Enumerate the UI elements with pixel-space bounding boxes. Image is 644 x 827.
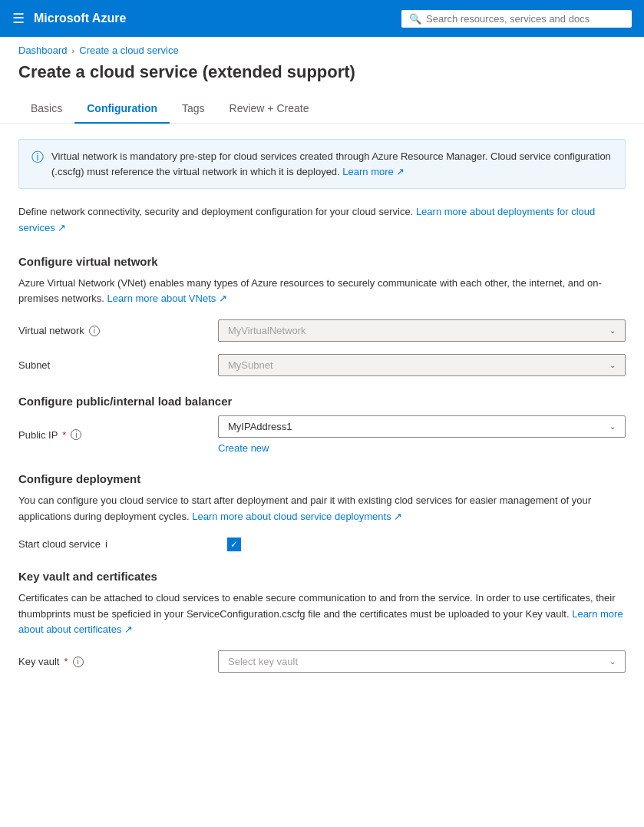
virtual-network-section: Configure virtual network Azure Virtual …	[18, 255, 626, 377]
tab-basics[interactable]: Basics	[18, 94, 74, 124]
section-description: Define network connectivity, security an…	[18, 204, 626, 237]
chevron-down-icon: ⌄	[609, 361, 616, 369]
search-icon: 🔍	[409, 13, 421, 25]
tab-review-create[interactable]: Review + Create	[217, 94, 322, 124]
key-vault-control: Select key vault ⌄	[218, 650, 626, 673]
key-vault-info-icon[interactable]: i	[73, 657, 84, 667]
virtual-network-dropdown[interactable]: MyVirtualNetwork ⌄	[218, 319, 626, 342]
top-navigation: ☰ Microsoft Azure 🔍	[0, 0, 644, 37]
virtual-network-heading: Configure virtual network	[18, 255, 626, 268]
key-vault-dropdown[interactable]: Select key vault ⌄	[218, 650, 626, 673]
subnet-control: MySubnet ⌄	[218, 354, 626, 376]
tabs-container: Basics Configuration Tags Review + Creat…	[0, 94, 644, 124]
load-balancer-section: Configure public/internal load balancer …	[18, 395, 626, 454]
breadcrumb-separator: ›	[72, 46, 75, 55]
key-vault-body: Certificates can be attached to cloud se…	[18, 590, 626, 638]
virtual-network-control: MyVirtualNetwork ⌄	[218, 319, 626, 342]
subnet-label: Subnet	[18, 359, 218, 371]
brand-title: Microsoft Azure	[34, 12, 392, 25]
start-cloud-service-checkbox[interactable]: ✓	[227, 538, 241, 551]
breadcrumb-create-cloud-service[interactable]: Create a cloud service	[79, 45, 178, 56]
chevron-down-icon: ⌄	[609, 657, 616, 666]
virtual-network-label: Virtual network i	[18, 325, 218, 336]
tab-configuration[interactable]: Configuration	[74, 94, 170, 124]
page-title: Create a cloud service (extended support…	[0, 59, 644, 94]
public-ip-info-icon[interactable]: i	[71, 429, 81, 440]
subnet-field-row: Subnet MySubnet ⌄	[18, 354, 626, 376]
search-box[interactable]: 🔍	[401, 10, 632, 28]
deployment-heading: Configure deployment	[18, 472, 626, 485]
breadcrumb: Dashboard › Create a cloud service	[0, 37, 644, 59]
public-ip-control: MyIPAddress1 ⌄ Create new	[218, 415, 626, 454]
create-new-link[interactable]: Create new	[218, 442, 269, 454]
search-input[interactable]	[426, 13, 624, 25]
virtual-network-learn-more-link[interactable]: Learn more about VNets ↗	[107, 293, 227, 304]
public-ip-field-row: Public IP * i MyIPAddress1 ⌄ Create new	[18, 415, 626, 454]
info-banner-text: Virtual network is mandatory pre-step fo…	[51, 149, 613, 179]
info-banner: ⓘ Virtual network is mandatory pre-step …	[18, 139, 626, 189]
breadcrumb-dashboard[interactable]: Dashboard	[18, 45, 68, 56]
virtual-network-info-icon[interactable]: i	[89, 326, 100, 336]
start-cloud-service-label: Start cloud service i	[18, 538, 218, 550]
virtual-network-body: Azure Virtual Network (VNet) enables man…	[18, 276, 626, 308]
load-balancer-heading: Configure public/internal load balancer	[18, 395, 626, 408]
chevron-down-icon: ⌄	[609, 422, 616, 431]
key-vault-heading: Key vault and certificates	[18, 570, 626, 583]
key-vault-label: Key vault * i	[18, 656, 218, 667]
virtual-network-field-row: Virtual network i MyVirtualNetwork ⌄	[18, 319, 626, 342]
required-indicator: *	[62, 429, 66, 441]
chevron-down-icon: ⌄	[609, 326, 616, 335]
required-indicator: *	[64, 656, 68, 667]
info-icon: ⓘ	[31, 150, 44, 179]
hamburger-menu[interactable]: ☰	[12, 10, 25, 27]
key-vault-section: Key vault and certificates Certificates …	[18, 570, 626, 673]
key-vault-field-row: Key vault * i Select key vault ⌄	[18, 650, 626, 673]
deployment-section: Configure deployment You can configure y…	[18, 472, 626, 551]
deployment-body: You can configure you cloud service to s…	[18, 493, 626, 525]
info-banner-learn-more-link[interactable]: Learn more ↗	[342, 166, 405, 177]
start-cloud-service-info-icon[interactable]: i	[105, 538, 107, 550]
deployment-learn-more-link[interactable]: Learn more about cloud service deploymen…	[192, 511, 402, 522]
content-area: ⓘ Virtual network is mandatory pre-step …	[0, 124, 644, 700]
public-ip-dropdown[interactable]: MyIPAddress1 ⌄	[218, 415, 626, 438]
subnet-dropdown[interactable]: MySubnet ⌄	[218, 354, 626, 376]
public-ip-label: Public IP * i	[18, 429, 218, 441]
tab-tags[interactable]: Tags	[170, 94, 217, 124]
start-cloud-service-row: Start cloud service i ✓	[18, 538, 626, 551]
checkmark-icon: ✓	[230, 540, 238, 549]
